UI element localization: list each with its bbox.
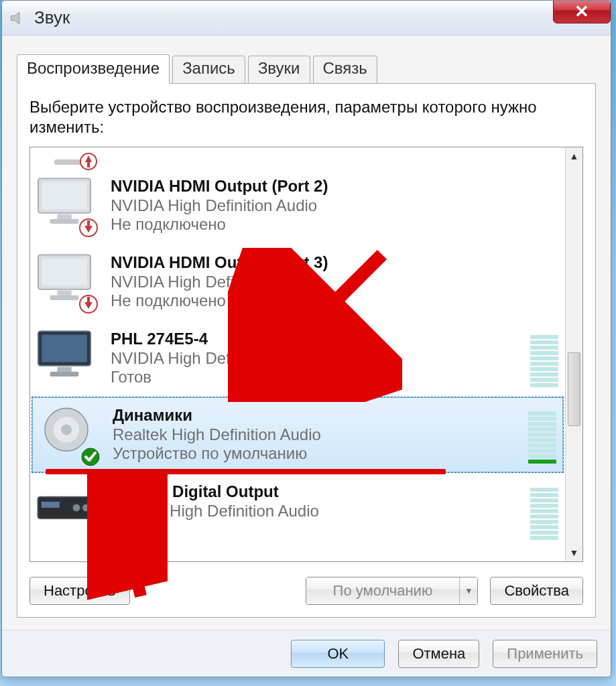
sound-dialog: Звук ✕ Воспроизведение Запись Звуки Связ… [1, 0, 611, 677]
default-device-check-icon [80, 447, 101, 467]
svg-rect-21 [50, 372, 79, 376]
scroll-down-button[interactable]: ▼ [566, 544, 582, 561]
monitor-icon [34, 175, 101, 236]
configure-label: Настроить [44, 582, 116, 600]
device-row[interactable]: PHL 274E5-4 NVIDIA High Definition Audio… [30, 320, 565, 397]
sound-icon [9, 9, 27, 27]
svg-rect-12 [42, 259, 87, 286]
svg-rect-13 [57, 291, 71, 295]
device-status: Не подключено [111, 291, 558, 311]
set-default-split-button[interactable]: По умолчанию ▼ [306, 577, 479, 605]
tab-strip: Воспроизведение Запись Звуки Связь [17, 53, 596, 83]
disconnected-badge-icon [78, 218, 99, 238]
device-provider: Realtek High Definition Audio [113, 425, 521, 445]
svg-point-28 [73, 504, 80, 512]
device-status: Готов [111, 521, 523, 540]
device-status: Не подключено [111, 215, 558, 234]
device-provider: NVIDIA High Definition Audio [111, 349, 523, 368]
svg-rect-10 [87, 220, 90, 226]
svg-rect-19 [42, 335, 87, 362]
apply-label: Применить [507, 645, 583, 663]
dialog-button-row: OK Отмена Применить [2, 630, 611, 677]
svg-rect-27 [42, 502, 60, 508]
device-status: Готов [111, 368, 523, 387]
chevron-down-icon[interactable]: ▼ [460, 577, 477, 604]
svg-rect-20 [57, 367, 71, 372]
device-name: Динамики [113, 406, 521, 425]
receiver-icon [34, 480, 101, 542]
level-meter [530, 482, 558, 540]
close-button[interactable]: ✕ [553, 0, 611, 23]
cancel-button[interactable]: Отмена [398, 640, 479, 668]
svg-rect-7 [50, 219, 79, 224]
device-row-selected[interactable]: Динамики Realtek High Definition Audio У… [32, 397, 564, 473]
svg-rect-3 [87, 162, 90, 167]
ok-label: OK [327, 645, 349, 663]
set-default-label[interactable]: По умолчанию [306, 577, 460, 604]
scroll-track[interactable] [566, 165, 582, 544]
client-area: Воспроизведение Запись Звуки Связь Выбер… [2, 36, 611, 630]
properties-label: Свойства [504, 582, 569, 600]
svg-point-24 [61, 424, 72, 435]
device-provider: NVIDIA High Definition Audio [111, 196, 558, 216]
device-name: NVIDIA HDMI Output (Port 2) [111, 177, 558, 196]
device-row[interactable]: Realtek Digital Output Realtek High Defi… [30, 473, 565, 549]
tab-panel-playback: Выберите устройство воспроизведения, пар… [17, 83, 596, 618]
device-row-partial[interactable] [30, 147, 565, 167]
scrollbar[interactable]: ▲ ▼ [565, 147, 582, 561]
disconnected-badge-icon [78, 294, 99, 314]
svg-rect-5 [42, 182, 87, 210]
properties-button[interactable]: Свойства [490, 577, 583, 605]
level-meter [530, 330, 558, 387]
device-row[interactable]: NVIDIA HDMI Output (Port 2) NVIDIA High … [30, 167, 565, 244]
title-bar[interactable]: Звук ✕ [2, 1, 611, 36]
device-name: PHL 274E5-4 [111, 330, 523, 349]
scroll-up-button[interactable]: ▲ [566, 147, 582, 165]
device-list[interactable]: NVIDIA HDMI Output (Port 2) NVIDIA High … [30, 147, 565, 561]
monitor-icon [34, 251, 101, 313]
svg-rect-6 [57, 214, 71, 219]
window-title: Звук [34, 7, 70, 28]
instruction-text: Выберите устройство воспроизведения, пар… [29, 97, 583, 137]
tab-communications[interactable]: Связь [313, 56, 377, 83]
svg-rect-14 [50, 295, 79, 300]
device-status: Устройство по умолчанию [113, 444, 521, 464]
svg-point-29 [82, 504, 90, 512]
apply-button[interactable]: Применить [493, 640, 597, 668]
svg-rect-0 [54, 159, 81, 165]
monitor-on-icon [34, 328, 101, 389]
device-list-container: NVIDIA HDMI Output (Port 2) NVIDIA High … [29, 147, 583, 562]
tab-playback[interactable]: Воспроизведение [17, 54, 170, 84]
device-name: Realtek Digital Output [111, 482, 523, 502]
level-meter [528, 406, 556, 464]
scroll-thumb[interactable] [568, 352, 580, 426]
close-icon: ✕ [574, 1, 589, 22]
device-row[interactable]: NVIDIA HDMI Output (Port 3) NVIDIA High … [30, 244, 565, 320]
svg-rect-17 [87, 297, 90, 303]
speaker-icon [36, 404, 103, 466]
tab-recording[interactable]: Запись [172, 56, 245, 83]
panel-button-row: Настроить По умолчанию ▼ Свойства [29, 577, 583, 605]
device-name: NVIDIA HDMI Output (Port 3) [111, 253, 558, 273]
device-provider: Realtek High Definition Audio [111, 502, 523, 521]
ok-button[interactable]: OK [291, 640, 385, 668]
configure-button[interactable]: Настроить [29, 577, 130, 605]
cancel-label: Отмена [412, 645, 465, 663]
device-provider: NVIDIA High Definition Audio [111, 273, 558, 292]
tab-sounds[interactable]: Звуки [248, 56, 310, 83]
annotation-underline [46, 469, 446, 474]
